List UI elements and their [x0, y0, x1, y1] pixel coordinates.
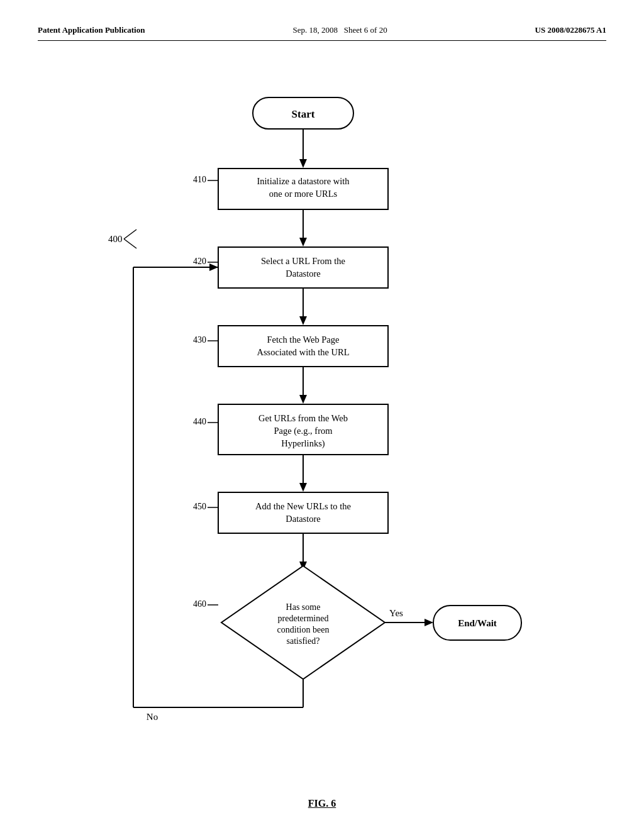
- box-450-text1: Add the New URLs to the: [255, 501, 351, 511]
- label-430: 430: [193, 335, 206, 345]
- diamond-text4: satisfied?: [287, 636, 320, 646]
- box-420: [218, 247, 388, 288]
- start-label: Start: [292, 108, 315, 120]
- arrowhead-440-450: [299, 483, 307, 492]
- box-430: [218, 326, 388, 367]
- arrowhead-start-410: [299, 159, 307, 168]
- yes-label: Yes: [389, 608, 403, 618]
- flowchart-diagram: 400 Start 410 Initialize a datastore wit…: [70, 79, 574, 773]
- box-440-text3: Hyperlinks): [281, 438, 325, 449]
- label-400: 400: [108, 234, 123, 244]
- arrowhead-420-430: [299, 316, 307, 325]
- diamond-text3: condition been: [277, 625, 330, 634]
- header-right: US 2008/0228675 A1: [535, 25, 606, 35]
- figure-caption-text: FIG. 6: [308, 798, 336, 809]
- arrowhead-yes: [425, 619, 433, 626]
- box-430-text2: Associated with the URL: [257, 347, 350, 357]
- svg-line-1: [124, 239, 136, 248]
- box-430-text1: Fetch the Web Page: [267, 335, 340, 345]
- header-center: Sep. 18, 2008 Sheet 6 of 20: [292, 25, 387, 35]
- label-420: 420: [193, 257, 206, 266]
- box-420-text1: Select a URL From the: [261, 256, 345, 266]
- diamond-text2: predetermined: [278, 614, 329, 623]
- box-440-text2: Page (e.g., from: [274, 426, 333, 436]
- label-440: 440: [193, 417, 206, 426]
- arrowhead-no-420: [209, 263, 218, 271]
- box-440-text1: Get URLs from the Web: [258, 413, 348, 423]
- endwait-label: End/Wait: [458, 618, 497, 628]
- header-left: Patent Application Publication: [38, 25, 145, 35]
- svg-line-0: [124, 230, 136, 239]
- box-410-text1: Initialize a datastore with: [257, 176, 350, 186]
- page-header: Patent Application Publication Sep. 18, …: [38, 25, 606, 41]
- no-label: No: [147, 712, 158, 722]
- diamond-text1: Has some: [286, 602, 321, 612]
- box-410-text2: one or more URLs: [269, 189, 338, 199]
- page: Patent Application Publication Sep. 18, …: [0, 0, 644, 830]
- header-date: Sep. 18, 2008: [292, 25, 338, 35]
- arrowhead-410-420: [299, 238, 307, 246]
- label-450: 450: [193, 502, 206, 511]
- arrowhead-430-440: [299, 395, 307, 404]
- flowchart-svg: 400 Start 410 Initialize a datastore wit…: [70, 79, 574, 770]
- box-450: [218, 492, 388, 533]
- label-460: 460: [193, 599, 206, 609]
- box-450-text2: Datastore: [286, 514, 321, 524]
- figure-caption: FIG. 6: [38, 798, 606, 809]
- label-410: 410: [193, 175, 206, 184]
- header-sheet: Sheet 6 of 20: [344, 25, 387, 35]
- box-420-text2: Datastore: [286, 268, 321, 279]
